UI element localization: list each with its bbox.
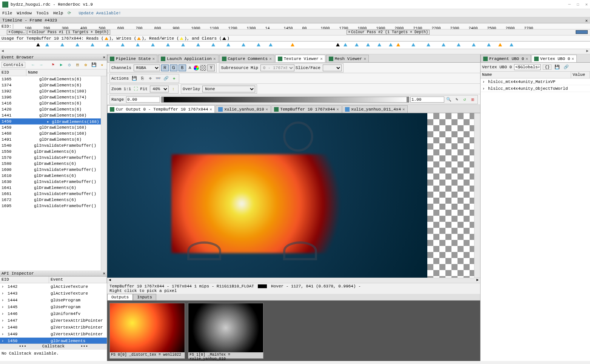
channels-select[interactable]: RGBA <box>134 65 160 71</box>
timeline-close-icon[interactable]: ✕ <box>585 18 588 22</box>
tab-close-icon[interactable]: ✕ <box>364 56 366 61</box>
braces-button[interactable]: {} <box>543 65 551 70</box>
event-row[interactable]: 1392glDrawElements(180) <box>0 88 101 94</box>
event-row[interactable]: 1672glDrawElements(6) <box>0 197 101 203</box>
event-row[interactable]: 1580glDrawElements(6) <box>0 161 101 167</box>
inputs-tab[interactable]: Inputs <box>133 294 156 300</box>
property-row[interactable]: ›hlslcc_mtx4x4unity_MatrixVP <box>481 78 590 85</box>
zoom-range-icon[interactable]: 🔍 <box>445 96 452 103</box>
range-max-input[interactable] <box>410 97 444 103</box>
overlay-select[interactable]: None <box>202 86 255 92</box>
checker-icon[interactable] <box>200 65 206 71</box>
tab-pipeline-state[interactable]: Pipeline State✕ <box>107 55 157 62</box>
event-row[interactable]: 1396glDrawElements(174) <box>0 94 101 100</box>
channel-y-button[interactable]: Y <box>207 65 215 71</box>
event-row[interactable]: 1459glDrawElements(168) <box>0 124 101 131</box>
event-row[interactable]: 1641glDrawElements(6) <box>0 185 101 191</box>
event-row[interactable]: 1550glDrawElements(6) <box>0 149 101 155</box>
texture-tab[interactable]: xulie_yanhuo_011_4x4✕ <box>342 105 408 113</box>
texture-hscroll[interactable]: ◄► <box>107 278 480 283</box>
tab-close-icon[interactable]: ✕ <box>572 56 574 61</box>
mip-select[interactable]: 0 - 1767x844 <box>260 65 294 71</box>
tab-texture-viewer[interactable]: Texture Viewer✕ <box>275 55 325 62</box>
tab-close-icon[interactable]: ✕ <box>210 107 212 112</box>
api-inspector-close-icon[interactable]: ✕ <box>103 271 105 276</box>
tab-close-icon[interactable]: ✕ <box>320 56 323 61</box>
event-row[interactable]: 1540glInvalidateFramebuffer() <box>0 143 101 149</box>
event-row[interactable]: 1491glDrawElements(6) <box>0 137 101 143</box>
timeline-markers[interactable] <box>0 41 590 49</box>
tab-close-icon[interactable]: ✕ <box>336 107 339 112</box>
timeline-ruler[interactable]: EID: 10020030040050060070080090010001100… <box>0 23 590 29</box>
event-row[interactable]: 1600glInvalidateFramebuffer() <box>0 167 101 173</box>
api-row[interactable]: ›1450glDrawElements <box>0 338 107 344</box>
track-colourpass1[interactable]: Colour Pass #1 (1 Targets + Depth) <box>27 30 110 35</box>
save-texture-icon[interactable]: 💾 <box>131 75 138 82</box>
ubo-property-list[interactable]: ›hlslcc_mtx4x4unity_MatrixVP›hlslcc_mtx4… <box>481 78 590 361</box>
gear-icon[interactable]: ✿ <box>82 61 89 68</box>
bookmark-icon[interactable]: ▤ <box>74 61 81 68</box>
thumbnail[interactable]: FS 1[0] _MainTex = xulie_yanhuo_010 <box>188 303 263 359</box>
flip-icon[interactable]: ↕ <box>170 86 177 92</box>
event-row[interactable]: 1450▸ glDrawElements(168) <box>0 118 101 124</box>
flag-icon[interactable]: ⚑ <box>50 61 57 68</box>
event-browser-close-icon[interactable]: ✕ <box>103 55 105 60</box>
prev-arrow-icon[interactable]: ← <box>30 61 37 68</box>
texture-tab[interactable]: xulie_yanhuo_010✕ <box>216 105 271 113</box>
menu-file[interactable]: File <box>2 11 12 15</box>
tab-close-icon[interactable]: ✕ <box>269 56 272 61</box>
save-icon[interactable]: 💾 <box>91 61 97 68</box>
menu-help[interactable]: Help <box>53 11 63 15</box>
binoculars-icon[interactable]: 👓 <box>155 75 162 82</box>
api-row[interactable]: ›1445glUseProgram <box>0 304 107 310</box>
event-row[interactable]: 1630glInvalidateFramebuffer() <box>0 179 101 185</box>
range-min-input[interactable] <box>126 97 160 103</box>
ubo-tab[interactable]: Vertex UBO 0✕ <box>531 55 577 62</box>
api-row[interactable]: ›1447glVertexAttribPointer <box>0 317 107 324</box>
event-list[interactable]: 1365glDrawElements(6)1374glDrawElements(… <box>0 76 101 270</box>
event-row[interactable]: 1441glDrawElements(168) <box>0 112 101 118</box>
tab-close-icon[interactable]: ✕ <box>525 56 528 61</box>
fit-icon[interactable]: ⛶ <box>132 86 139 92</box>
event-row[interactable]: 1610glDrawElements(6) <box>0 173 101 179</box>
property-row[interactable]: ›hlslcc_mtx4x4unity_ObjectToWorld <box>481 85 590 92</box>
tab-close-icon[interactable]: ✕ <box>152 56 155 61</box>
outputs-tab[interactable]: Outputs <box>107 294 133 300</box>
update-link[interactable]: Update Available! <box>79 11 121 15</box>
event-row[interactable]: 1416glDrawElements(6) <box>0 100 101 106</box>
api-row[interactable]: ›1443glActiveTexture <box>0 290 107 297</box>
event-row[interactable]: 1374glDrawElements(6) <box>0 82 101 88</box>
texture-tab[interactable]: Cur Output 0 - TempBuffer 10 1767x844✕ <box>107 105 215 113</box>
update-icon[interactable]: ⟳ <box>68 11 71 15</box>
api-row[interactable]: ›1442glActiveTexture <box>0 283 107 290</box>
range-slider[interactable] <box>161 97 409 103</box>
timeline-track-row[interactable]: Compu… Colour Pass #1 (1 Targets + Depth… <box>0 29 590 35</box>
api-row[interactable]: ›1448glVertexAttribPointer <box>0 324 107 331</box>
play-icon[interactable]: ▶ <box>58 61 65 68</box>
cbuf-value[interactable] <box>514 64 541 70</box>
zoom-11-button[interactable]: 1:1 <box>123 87 131 91</box>
event-row[interactable]: 1695glInvalidateFramebuffer() <box>0 203 101 209</box>
close-button[interactable]: ✕ <box>585 2 588 7</box>
tab-close-icon[interactable]: ✕ <box>402 107 405 112</box>
event-row[interactable]: 1468glDrawElements(168) <box>0 131 101 137</box>
tab-close-icon[interactable]: ✕ <box>213 56 216 61</box>
menu-tools[interactable]: Tools <box>36 11 49 15</box>
channel-r-button[interactable]: R <box>161 65 169 71</box>
api-row[interactable]: ›1446glUniform4fv <box>0 310 107 317</box>
ubo-tab[interactable]: Fragment UBO 0✕ <box>481 55 531 62</box>
event-row[interactable]: 1570glInvalidateFramebuffer() <box>0 155 101 161</box>
goto-icon[interactable]: ⎆ <box>147 75 154 82</box>
tab-mesh-viewer[interactable]: Mesh Viewer✕ <box>326 55 369 62</box>
puzzle-icon[interactable]: ✚ <box>171 75 177 82</box>
texture-vscroll[interactable] <box>474 113 480 278</box>
tab-capture-comments[interactable]: Capture Comments✕ <box>219 55 274 62</box>
link-icon[interactable]: 🔗 <box>163 75 169 82</box>
callstack-header[interactable]: Callstack <box>0 344 107 350</box>
histogram-icon[interactable]: ▥ <box>469 96 476 103</box>
thumbnail[interactable]: FS 0[0] _distort_tex = wenli022 <box>109 303 185 359</box>
star-icon[interactable]: ★ <box>99 61 105 68</box>
api-row[interactable]: ›1444glUseProgram <box>0 297 107 304</box>
event-row[interactable]: 1365glDrawElements(6) <box>0 76 101 82</box>
copy-icon[interactable]: ⎘ <box>139 75 146 82</box>
